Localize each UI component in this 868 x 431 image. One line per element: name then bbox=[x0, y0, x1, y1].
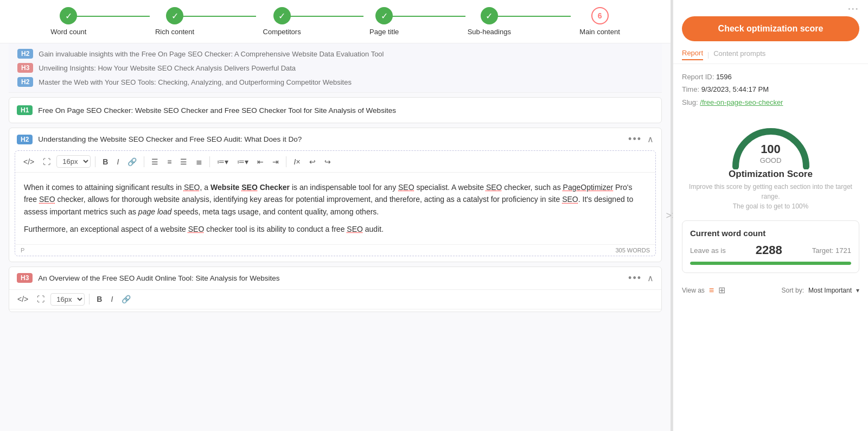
report-time-label: Time: bbox=[682, 85, 699, 93]
word-count-card: Current word count Leave as is 2288 Targ… bbox=[682, 220, 859, 273]
toolbar2-link[interactable]: 🔗 bbox=[119, 293, 133, 305]
step-label-sub-headings: Sub-headings bbox=[468, 28, 511, 36]
editor-content[interactable]: When it comes to attaining significant r… bbox=[15, 173, 655, 244]
step-circle-sub-headings: ✓ bbox=[481, 7, 498, 24]
heading-dots-icon[interactable]: ••• bbox=[628, 134, 642, 145]
seo-keyword-6: SEO bbox=[562, 195, 578, 204]
step-word-count[interactable]: ✓ Word count bbox=[50, 7, 86, 36]
step-page-title[interactable]: ✓ Page title bbox=[369, 7, 399, 36]
step-rich-content[interactable]: ✓ Rich content bbox=[155, 7, 194, 36]
gauge-quality: GOOD bbox=[760, 156, 782, 164]
wc-bar bbox=[690, 262, 851, 265]
progress-bar: ✓ Word count ✓ Rich content ✓ Competitor… bbox=[0, 0, 671, 43]
editor-wrapper: </> ⛶ 16px B I 🔗 ☰ ≡ ☰ ≣ ≔▾ ≔▾ bbox=[15, 150, 656, 256]
paragraph-tag: P bbox=[21, 247, 24, 253]
step-circle-page-title: ✓ bbox=[375, 7, 393, 24]
heading-item-h1: H1 Free On Page SEO Checker: Website SEO… bbox=[9, 97, 662, 123]
report-slug-value[interactable]: /free-on-page-seo-checker bbox=[700, 98, 783, 106]
report-time-value: 9/3/2023, 5:44:17 PM bbox=[701, 85, 769, 93]
tag-h2-active: H2 bbox=[17, 135, 33, 144]
seo-keyword-5: SEO bbox=[39, 195, 55, 204]
heading-item-h3-2: H3 An Overview of the Free SEO Audit Onl… bbox=[9, 267, 662, 312]
toolbar-bold[interactable]: B bbox=[100, 156, 111, 168]
toolbar-align-right[interactable]: ☰ bbox=[177, 156, 190, 168]
tab-report[interactable]: Report bbox=[682, 49, 703, 60]
toolbar-clear-format[interactable]: I× bbox=[291, 156, 303, 168]
wc-target: Target: 1721 bbox=[812, 246, 851, 255]
heading-expand-icon[interactable]: ∧ bbox=[647, 134, 654, 144]
h3-2-text: An Overview of the Free SEO Audit Online… bbox=[38, 274, 623, 282]
check-optimization-btn[interactable]: Check optimization score bbox=[682, 16, 859, 41]
opt-score-desc: Improve this score by getting each secti… bbox=[682, 182, 859, 211]
wc-row: Leave as is 2288 Target: 1721 bbox=[690, 243, 851, 257]
view-as-label: View as bbox=[682, 287, 705, 294]
toolbar-align-justify[interactable]: ≣ bbox=[193, 156, 205, 168]
seo-keyword-7: SEO bbox=[188, 225, 205, 233]
sort-value[interactable]: Most Important bbox=[808, 287, 852, 294]
content-scroll: H2 Gain invaluable insights with the Fre… bbox=[0, 43, 671, 431]
toolbar2-code[interactable]: </> bbox=[15, 293, 31, 305]
toolbar-undo[interactable]: ↩ bbox=[307, 156, 318, 168]
report-id-label: Report ID: bbox=[682, 73, 714, 81]
word-count-title: Current word count bbox=[690, 229, 851, 238]
toolbar-link[interactable]: 🔗 bbox=[125, 156, 139, 168]
tag-h3: H3 bbox=[17, 63, 33, 73]
toolbar2-italic[interactable]: I bbox=[108, 293, 116, 305]
heading-item-h2-active: H2 Understanding the Website SEO Checker… bbox=[9, 128, 662, 262]
heading-text: Gain invaluable insights with the Free O… bbox=[39, 50, 653, 58]
toolbar-align-left[interactable]: ☰ bbox=[149, 156, 161, 168]
step-circle-competitors: ✓ bbox=[273, 7, 291, 24]
toolbar-indent-out[interactable]: ⇤ bbox=[254, 156, 266, 168]
toolbar-italic[interactable]: I bbox=[114, 156, 122, 168]
word-count-badge: 305 WORDS bbox=[615, 247, 650, 253]
toolbar-sep-4 bbox=[286, 156, 286, 167]
h1-heading-text: Free On Page SEO Checker: Website SEO Ch… bbox=[38, 106, 654, 115]
toolbar-ordered-list[interactable]: ≔▾ bbox=[214, 156, 231, 168]
toolbar2-bold[interactable]: B bbox=[94, 293, 105, 305]
toolbar-font-size[interactable]: 16px bbox=[56, 155, 91, 168]
report-tabs: Report | Content prompts bbox=[673, 46, 868, 64]
toolbar-align-center[interactable]: ≡ bbox=[164, 156, 174, 168]
step-label-main-content: Main content bbox=[579, 28, 620, 36]
toolbar-expand-btn[interactable]: ⛶ bbox=[40, 156, 53, 168]
seo-keyword-8: SEO bbox=[347, 225, 363, 233]
right-panel-top: ••• bbox=[673, 0, 868, 12]
step-main-content[interactable]: 6 Main content bbox=[579, 7, 620, 36]
pageoptimizer-link: PageOptimizer bbox=[563, 183, 614, 192]
toolbar2-fontsize[interactable]: 16px bbox=[50, 293, 85, 306]
seo-keyword-4: SEO bbox=[486, 183, 502, 192]
tag-h3-2: H3 bbox=[17, 273, 33, 283]
toolbar-indent-in[interactable]: ⇥ bbox=[270, 156, 282, 168]
right-panel: ••• Check optimization score Report | Co… bbox=[673, 0, 868, 431]
step-sub-headings[interactable]: ✓ Sub-headings bbox=[468, 7, 511, 36]
h3-expand-icon[interactable]: ∧ bbox=[647, 273, 654, 283]
toolbar-code-btn[interactable]: </> bbox=[21, 156, 37, 168]
list-view-icon[interactable]: ≡ bbox=[709, 286, 714, 295]
toolbar-redo[interactable]: ↪ bbox=[322, 156, 334, 168]
tag-h2: H2 bbox=[17, 49, 33, 59]
opt-score-title: Optimization Score bbox=[729, 169, 813, 180]
editor-toolbar-2: </> ⛶ 16px B I 🔗 bbox=[9, 289, 661, 309]
seo-keyword-2: SEO bbox=[241, 183, 258, 192]
toolbar-sep-3 bbox=[209, 156, 210, 167]
wc-bar-fill bbox=[690, 262, 851, 265]
toolbar2-expand[interactable]: ⛶ bbox=[34, 293, 47, 305]
sort-chevron-icon[interactable]: ▾ bbox=[856, 287, 859, 294]
heading-text-h3: Unveiling Insights: How Your Website SEO… bbox=[39, 64, 653, 72]
step-circle-rich-content: ✓ bbox=[166, 7, 183, 24]
tab-content-prompts[interactable]: Content prompts bbox=[713, 49, 765, 60]
toolbar-unordered-list[interactable]: ≔▾ bbox=[234, 156, 251, 168]
step-competitors[interactable]: ✓ Competitors bbox=[263, 7, 301, 36]
h3-dots-icon[interactable]: ••• bbox=[628, 272, 642, 284]
tag-h2-2: H2 bbox=[17, 77, 33, 87]
wc-current: 2288 bbox=[756, 243, 782, 257]
step-label-rich-content: Rich content bbox=[155, 28, 194, 36]
editor-toolbar: </> ⛶ 16px B I 🔗 ☰ ≡ ☰ ≣ ≔▾ ≔▾ bbox=[15, 151, 655, 173]
tab-sep: | bbox=[707, 51, 709, 59]
editor-footer: P 305 WORDS bbox=[15, 244, 655, 256]
h2-active-text: Understanding the Website SEO Checker an… bbox=[38, 135, 623, 143]
grid-view-icon[interactable]: ⊞ bbox=[718, 285, 725, 295]
toolbar2-sep bbox=[89, 294, 90, 305]
panel-dots[interactable]: ••• bbox=[848, 5, 859, 12]
wc-leave-label: Leave as is bbox=[690, 246, 726, 255]
